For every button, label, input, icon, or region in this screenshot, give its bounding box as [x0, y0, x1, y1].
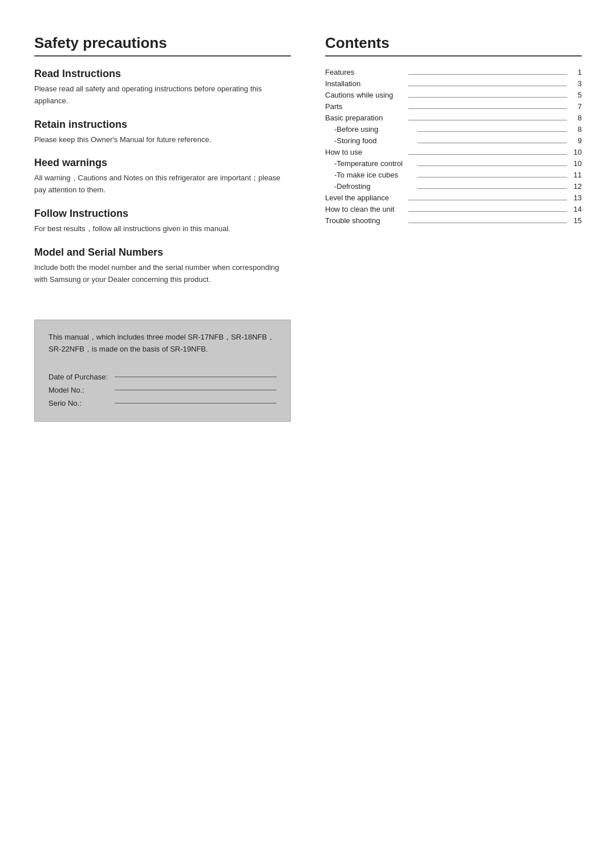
info-box: This manual，which includes three model S…: [34, 320, 291, 422]
toc-label-7: How to use: [325, 148, 405, 156]
toc-dots-10: [418, 188, 567, 189]
toc-label-3: Parts: [325, 102, 405, 111]
toc-page-7: 10: [570, 148, 582, 156]
contents-title: Contents: [325, 34, 582, 56]
subsection-title-4: Model and Serial Numbers: [34, 247, 291, 259]
toc-label-5: -Before using: [334, 125, 414, 134]
info-fields: Date of Purchase:Model No.:Serio No.:: [48, 373, 277, 407]
toc-dots-3: [408, 108, 567, 109]
toc-label-11: Level the appliance: [325, 193, 405, 202]
toc-item-3: Parts7: [325, 102, 582, 111]
toc-dots-12: [408, 211, 567, 212]
field-line-0: [115, 377, 277, 377]
toc-dots-13: [408, 223, 567, 223]
subsection-body-0: Please read all safety and operating ins…: [34, 83, 291, 107]
toc-page-2: 5: [570, 91, 582, 99]
left-column: Safety precautions Read InstructionsPlea…: [34, 34, 291, 422]
info-box-text: This manual，which includes three model S…: [48, 332, 277, 356]
toc-page-8: 10: [570, 159, 582, 168]
toc-page-4: 8: [570, 114, 582, 122]
toc-item-8: -Temperature control10: [325, 159, 582, 168]
toc-item-9: -To make ice cubes11: [325, 171, 582, 179]
toc-item-11: Level the appliance13: [325, 193, 582, 202]
toc-dots-8: [418, 165, 567, 166]
subsection-body-1: Please keep this Owner's Manual for futu…: [34, 134, 291, 146]
subsection-body-4: Include both the model number and the se…: [34, 262, 291, 286]
info-field-row-1: Model No.:: [48, 386, 277, 394]
toc-item-2: Cautions while using5: [325, 91, 582, 99]
toc-dots-0: [408, 74, 567, 75]
toc-label-8: -Temperature control: [334, 159, 414, 168]
info-field-row-2: Serio No.:: [48, 399, 277, 407]
toc-dots-11: [408, 200, 567, 200]
field-label-0: Date of Purchase:: [48, 373, 111, 381]
toc-page-11: 13: [570, 193, 582, 202]
toc-page-5: 8: [570, 125, 582, 134]
subsection-body-3: For best results，follow all instructions…: [34, 223, 291, 235]
toc-page-13: 15: [570, 216, 582, 225]
toc-item-0: Features1: [325, 68, 582, 76]
toc-page-12: 14: [570, 205, 582, 213]
toc-page-1: 3: [570, 79, 582, 88]
toc-label-9: -To make ice cubes: [334, 171, 414, 179]
toc-item-6: -Storing food9: [325, 136, 582, 145]
toc-dots-6: [418, 143, 567, 143]
field-line-2: [115, 403, 277, 403]
toc-item-13: Trouble shooting15: [325, 216, 582, 225]
toc-item-5: -Before using8: [325, 125, 582, 134]
toc-item-7: How to use10: [325, 148, 582, 156]
toc-page-6: 9: [570, 136, 582, 145]
field-label-1: Model No.:: [48, 386, 111, 394]
subsection-body-2: All warning，Cautions and Notes on this r…: [34, 172, 291, 196]
toc-label-2: Cautions while using: [325, 91, 405, 99]
toc-label-4: Basic preparation: [325, 114, 405, 122]
field-label-2: Serio No.:: [48, 399, 111, 407]
toc-label-10: -Defrosting: [334, 182, 414, 191]
subsections-container: Read InstructionsPlease read all safety …: [34, 68, 291, 285]
toc-label-6: -Storing food: [334, 136, 414, 145]
subsection-title-1: Retain instructions: [34, 119, 291, 131]
safety-title: Safety precautions: [34, 34, 291, 56]
toc-dots-4: [408, 120, 567, 120]
field-line-1: [115, 390, 277, 390]
toc-dots-5: [418, 131, 567, 132]
toc-label-0: Features: [325, 68, 405, 76]
info-field-row-0: Date of Purchase:: [48, 373, 277, 381]
toc-label-13: Trouble shooting: [325, 216, 405, 225]
toc-item-12: How to clean the unit14: [325, 205, 582, 213]
toc-page-0: 1: [570, 68, 582, 76]
toc-page-3: 7: [570, 102, 582, 111]
toc-item-4: Basic preparation8: [325, 114, 582, 122]
toc-dots-1: [408, 86, 567, 86]
toc-dots-9: [418, 177, 567, 177]
page-layout: Safety precautions Read InstructionsPlea…: [34, 34, 582, 422]
subsection-title-0: Read Instructions: [34, 68, 291, 80]
toc-dots-2: [408, 97, 567, 98]
toc-item-10: -Defrosting12: [325, 182, 582, 191]
toc-item-1: Installation3: [325, 79, 582, 88]
toc-page-9: 11: [570, 171, 582, 179]
subsection-title-2: Heed warnings: [34, 157, 291, 169]
right-column: Contents Features1Installation3Cautions …: [325, 34, 582, 228]
toc-label-1: Installation: [325, 79, 405, 88]
toc-label-12: How to clean the unit: [325, 205, 405, 213]
subsection-title-3: Follow Instructions: [34, 208, 291, 220]
toc-container: Features1Installation3Cautions while usi…: [325, 68, 582, 225]
toc-dots-7: [408, 154, 567, 155]
toc-page-10: 12: [570, 182, 582, 191]
